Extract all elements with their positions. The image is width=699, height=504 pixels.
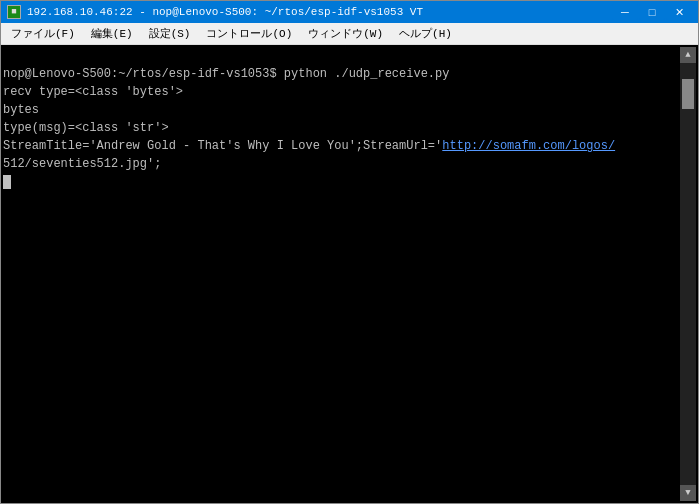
terminal-line-5: StreamTitle='Andrew Gold - That's Why I … <box>3 139 615 153</box>
terminal-line-4: type(msg)=<class 'str'> <box>3 121 169 135</box>
window-icon-symbol: ■ <box>11 7 16 17</box>
menu-control[interactable]: コントロール(O) <box>198 23 300 44</box>
scrollbar-track[interactable] <box>680 63 696 485</box>
menu-window[interactable]: ウィンドウ(W) <box>300 23 391 44</box>
menu-help[interactable]: ヘルプ(H) <box>391 23 460 44</box>
terminal-cursor-line <box>3 175 11 189</box>
menu-edit[interactable]: 編集(E) <box>83 23 141 44</box>
cursor <box>3 175 11 189</box>
title-bar-controls: ─ □ ✕ <box>612 4 692 20</box>
scrollbar[interactable]: ▲ ▼ <box>680 47 696 501</box>
terminal-line-6: 512/seventies512.jpg'; <box>3 157 161 171</box>
terminal-line-3: bytes <box>3 103 39 117</box>
scrollbar-up-arrow[interactable]: ▲ <box>680 47 696 63</box>
close-button[interactable]: ✕ <box>666 4 692 20</box>
scrollbar-down-arrow[interactable]: ▼ <box>680 485 696 501</box>
terminal-line-1: nop@Lenovo-S500:~/rtos/esp-idf-vs1053$ p… <box>3 67 449 81</box>
terminal-area[interactable]: nop@Lenovo-S500:~/rtos/esp-idf-vs1053$ p… <box>1 45 698 503</box>
main-window: ■ 192.168.10.46:22 - nop@Lenovo-S500: ~/… <box>0 0 699 504</box>
title-bar: ■ 192.168.10.46:22 - nop@Lenovo-S500: ~/… <box>1 1 698 23</box>
scrollbar-thumb[interactable] <box>682 79 694 109</box>
window-title: 192.168.10.46:22 - nop@Lenovo-S500: ~/rt… <box>27 6 423 18</box>
terminal-line-2: recv type=<class 'bytes'> <box>3 85 183 99</box>
window-icon: ■ <box>7 5 21 19</box>
menu-settings[interactable]: 設定(S) <box>141 23 199 44</box>
terminal-content: nop@Lenovo-S500:~/rtos/esp-idf-vs1053$ p… <box>3 47 680 501</box>
minimize-button[interactable]: ─ <box>612 4 638 20</box>
menu-bar: ファイル(F) 編集(E) 設定(S) コントロール(O) ウィンドウ(W) ヘ… <box>1 23 698 45</box>
url-link[interactable]: http://somafm.com/logos/ <box>442 139 615 153</box>
menu-file[interactable]: ファイル(F) <box>3 23 83 44</box>
maximize-button[interactable]: □ <box>639 4 665 20</box>
title-bar-left: ■ 192.168.10.46:22 - nop@Lenovo-S500: ~/… <box>7 5 423 19</box>
